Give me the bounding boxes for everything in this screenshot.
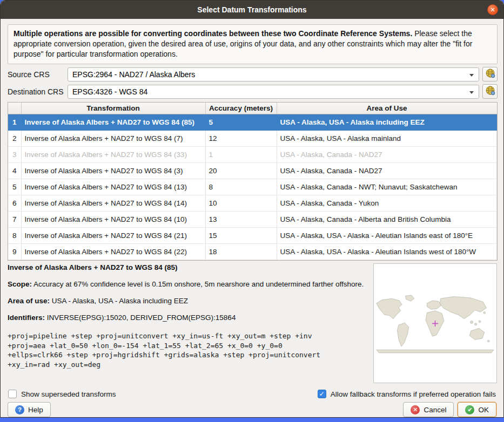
scope-label: Scope: xyxy=(8,280,32,288)
cell-accuracy[interactable]: 5 xyxy=(205,114,277,130)
row-number[interactable]: 7 xyxy=(8,211,21,227)
row-number[interactable]: 4 xyxy=(8,162,21,179)
header-area-of-use[interactable]: Area of Use xyxy=(277,103,497,114)
select-destination-crs-button[interactable] xyxy=(482,84,498,99)
cell-transformation[interactable]: Inverse of Alaska Albers + NAD27 to WGS … xyxy=(21,195,205,211)
header-accuracy[interactable]: Accuracy (meters) xyxy=(205,103,277,114)
show-superseded-option: Show superseded transforms xyxy=(8,390,116,398)
cell-area[interactable]: USA - Alaska, USA - Alaska including EEZ xyxy=(277,114,497,130)
destination-crs-value: EPSG:4326 - WGS 84 xyxy=(72,87,147,96)
row-number[interactable]: 9 xyxy=(8,243,21,260)
allow-fallback-label[interactable]: Allow fallback transforms if preferred o… xyxy=(331,390,496,398)
cell-area[interactable]: USA - Alaska, Canada - NAD27 xyxy=(277,162,497,179)
world-map xyxy=(374,293,496,354)
cell-area[interactable]: USA - Alaska, USA - Alaska mainland xyxy=(277,130,497,146)
cancel-button-label: Cancel xyxy=(424,406,446,414)
chevron-down-icon xyxy=(469,91,474,94)
background-window-strip xyxy=(0,418,504,422)
area-text: USA - Alaska, USA - Alaska including EEZ xyxy=(50,297,188,305)
row-number[interactable]: 8 xyxy=(8,227,21,243)
details-identifiers: Identifiers: INVERSE(EPSG):15020, DERIVE… xyxy=(8,313,371,323)
titlebar[interactable]: Select Datum Transformations ✕ xyxy=(1,1,503,19)
crs-globe-icon xyxy=(485,85,495,98)
identifiers-text: INVERSE(EPSG):15020, DERIVED_FROM(EPSG):… xyxy=(45,314,236,322)
cell-transformation[interactable]: Inverse of Alaska Albers + NAD27 to WGS … xyxy=(21,179,205,195)
table-row[interactable]: 3 Inverse of Alaska Albers + NAD27 to WG… xyxy=(8,146,497,162)
help-button[interactable]: ? Help xyxy=(8,402,51,417)
cell-area[interactable]: USA - Alaska, USA - Alaska - Aleutian Is… xyxy=(277,227,497,243)
cell-transformation[interactable]: Inverse of Alaska Albers + NAD27 to WGS … xyxy=(21,130,205,146)
header-transformation[interactable]: Transformation xyxy=(21,103,205,114)
cell-accuracy[interactable]: 20 xyxy=(205,162,277,179)
table-row[interactable]: 4 Inverse of Alaska Albers + NAD27 to WG… xyxy=(8,162,497,179)
select-source-crs-button[interactable] xyxy=(482,67,498,81)
help-button-label: Help xyxy=(28,406,43,414)
cell-transformation[interactable]: Inverse of Alaska Albers + NAD27 to WGS … xyxy=(21,227,205,243)
cell-transformation[interactable]: Inverse of Alaska Albers + NAD27 to WGS … xyxy=(21,146,205,162)
table-row[interactable]: 9 Inverse of Alaska Albers + NAD27 to WG… xyxy=(8,243,497,260)
cell-transformation[interactable]: Inverse of Alaska Albers + NAD27 to WGS … xyxy=(21,114,205,130)
cell-accuracy[interactable]: 8 xyxy=(205,179,277,195)
window-title: Select Datum Transformations xyxy=(197,5,306,14)
table-row[interactable]: 5 Inverse of Alaska Albers + NAD27 to WG… xyxy=(8,179,497,195)
row-number[interactable]: 2 xyxy=(8,130,21,146)
cell-accuracy[interactable]: 1 xyxy=(205,146,277,162)
cell-accuracy[interactable]: 12 xyxy=(205,130,277,146)
cell-area[interactable]: USA - Alaska, Canada - NWT; Nunavut; Sas… xyxy=(277,179,497,195)
details-area-of-use: Area of use: USA - Alaska, USA - Alaska … xyxy=(8,296,371,306)
cell-accuracy[interactable]: 15 xyxy=(205,227,277,243)
transformation-details: Inverse of Alaska Albers + NAD27 to WGS … xyxy=(8,263,371,369)
ok-button-label: OK xyxy=(478,406,489,414)
table-row[interactable]: 1 Inverse of Alaska Albers + NAD27 to WG… xyxy=(8,114,497,130)
cell-accuracy[interactable]: 18 xyxy=(205,243,277,260)
cell-accuracy[interactable]: 13 xyxy=(205,211,277,227)
table-header-row: Transformation Accuracy (meters) Area of… xyxy=(8,103,497,114)
help-icon: ? xyxy=(15,405,24,414)
allow-fallback-option: Allow fallback transforms if preferred o… xyxy=(318,390,496,398)
cell-area[interactable]: USA - Alaska, Canada - NAD27 xyxy=(277,146,497,162)
show-superseded-checkbox[interactable] xyxy=(8,390,17,398)
select-datum-transformations-dialog: Select Datum Transformations ✕ Multiple … xyxy=(0,0,504,418)
table-row[interactable]: 7 Inverse of Alaska Albers + NAD27 to WG… xyxy=(8,211,497,227)
cell-transformation[interactable]: Inverse of Alaska Albers + NAD27 to WGS … xyxy=(21,211,205,227)
ok-button[interactable]: ✔ OK xyxy=(458,402,496,417)
cell-area[interactable]: USA - Alaska, USA - Alaska - Aleutian Is… xyxy=(277,243,497,260)
show-superseded-label[interactable]: Show superseded transforms xyxy=(21,390,116,398)
corner-header xyxy=(8,103,21,114)
row-number[interactable]: 6 xyxy=(8,195,21,211)
intro-text: Multiple operations are possible for con… xyxy=(8,24,498,64)
destination-crs-row: Destination CRS EPSG:4326 - WGS 84 xyxy=(8,84,498,99)
ok-icon: ✔ xyxy=(465,405,474,414)
dialog-action-buttons: ✕ Cancel ✔ OK xyxy=(403,402,496,417)
source-crs-row: Source CRS EPSG:2964 - NAD27 / Alaska Al… xyxy=(8,67,498,81)
proj-string: +proj=pipeline +step +proj=unitconvert +… xyxy=(8,331,371,369)
source-crs-value: EPSG:2964 - NAD27 / Alaska Albers xyxy=(72,70,195,79)
cell-area[interactable]: USA - Alaska, Canada - Alberta and Briti… xyxy=(277,211,497,227)
source-crs-combo[interactable]: EPSG:2964 - NAD27 / Alaska Albers xyxy=(68,67,479,81)
row-number[interactable]: 1 xyxy=(8,114,21,130)
cancel-icon: ✕ xyxy=(411,405,420,414)
table-row[interactable]: 2 Inverse of Alaska Albers + NAD27 to WG… xyxy=(8,130,497,146)
cell-area[interactable]: USA - Alaska, Canada - Yukon xyxy=(277,195,497,211)
area-label: Area of use: xyxy=(8,297,50,305)
row-number[interactable]: 5 xyxy=(8,179,21,195)
identifiers-label: Identifiers: xyxy=(8,314,45,322)
cell-accuracy[interactable]: 10 xyxy=(205,195,277,211)
cell-transformation[interactable]: Inverse of Alaska Albers + NAD27 to WGS … xyxy=(21,243,205,260)
details-title: Inverse of Alaska Albers + NAD27 to WGS … xyxy=(8,263,371,271)
table-row[interactable]: 6 Inverse of Alaska Albers + NAD27 to WG… xyxy=(8,195,497,211)
area-of-use-map xyxy=(373,263,497,383)
cancel-button[interactable]: ✕ Cancel xyxy=(403,402,454,417)
screen: Select Datum Transformations ✕ Multiple … xyxy=(0,0,504,422)
destination-crs-label: Destination CRS xyxy=(8,87,68,96)
source-crs-label: Source CRS xyxy=(8,70,68,79)
close-icon[interactable]: ✕ xyxy=(487,4,498,15)
table-row[interactable]: 8 Inverse of Alaska Albers + NAD27 to WG… xyxy=(8,227,497,243)
details-scope: Scope: Accuracy at 67% confidence level … xyxy=(8,280,371,289)
crs-globe-icon xyxy=(485,68,495,80)
cell-transformation[interactable]: Inverse of Alaska Albers + NAD27 to WGS … xyxy=(21,162,205,179)
row-number[interactable]: 3 xyxy=(8,146,21,162)
chevron-down-icon xyxy=(469,74,474,77)
allow-fallback-checkbox[interactable] xyxy=(318,390,326,398)
destination-crs-combo[interactable]: EPSG:4326 - WGS 84 xyxy=(68,85,479,99)
